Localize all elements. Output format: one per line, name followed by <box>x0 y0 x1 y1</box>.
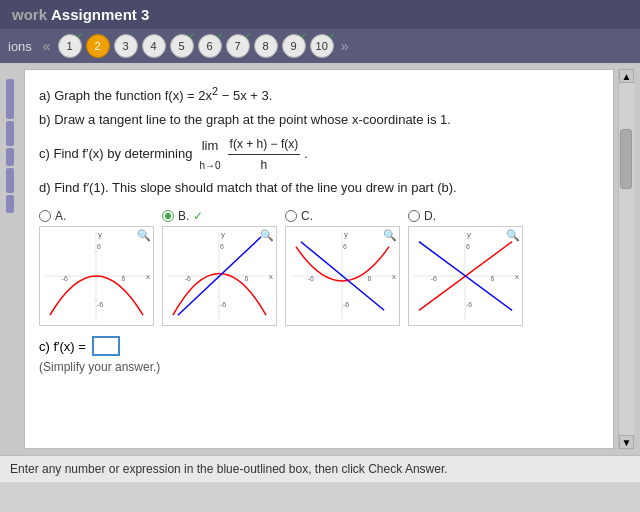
header: work Assignment 3 <box>0 0 640 29</box>
header-title: Assignment 3 <box>51 6 149 23</box>
svg-text:6: 6 <box>121 275 125 282</box>
scrollbar: ▲ ▼ <box>618 69 634 449</box>
nav-bar: ions « 1 ✓ 2 3 4 5 ✓ 6 ✓ 7 ✓ 8 9 ✓ 10 ✓ … <box>0 29 640 63</box>
nav-btn-6[interactable]: 6 ✓ <box>198 34 222 58</box>
nav-next-arrow[interactable]: » <box>338 38 352 54</box>
radio-c[interactable] <box>285 210 297 222</box>
radio-d[interactable] <box>408 210 420 222</box>
graph-b: x y 6 -6 -6 6 🔍 <box>162 226 277 326</box>
simplify-note: (Simplify your answer.) <box>39 360 599 374</box>
nav-btn-4[interactable]: 4 <box>142 34 166 58</box>
fraction-denominator: h <box>259 155 270 175</box>
option-c: C. x y 6 -6 -6 6 <box>285 209 400 326</box>
graph-d: x y 6 -6 -6 6 🔍 <box>408 226 523 326</box>
part-c-answer-label: c) f′(x) = <box>39 339 86 354</box>
nav-btn-3-label: 3 <box>123 40 129 52</box>
option-c-label-row: C. <box>285 209 313 223</box>
side-bar-5 <box>6 195 14 213</box>
graph-a: x y 6 -6 -6 6 🔍 <box>39 226 154 326</box>
svg-text:-6: -6 <box>308 275 314 282</box>
nav-btn-8[interactable]: 8 <box>254 34 278 58</box>
svg-text:-6: -6 <box>431 275 437 282</box>
answer-input[interactable] <box>92 336 120 356</box>
nav-btn-1[interactable]: 1 ✓ <box>58 34 82 58</box>
nav-btn-5-label: 5 <box>179 40 185 52</box>
svg-text:6: 6 <box>466 243 470 250</box>
nav-btn-9-label: 9 <box>291 40 297 52</box>
graph-c: x y 6 -6 -6 6 🔍 <box>285 226 400 326</box>
svg-text:6: 6 <box>490 275 494 282</box>
option-c-letter: C. <box>301 209 313 223</box>
lim-block: lim h→0 <box>199 135 220 174</box>
nav-btn-2-label: 2 <box>95 40 101 52</box>
option-d: D. x y 6 -6 -6 6 <box>408 209 523 326</box>
svg-text:6: 6 <box>367 275 371 282</box>
option-d-letter: D. <box>424 209 436 223</box>
svg-text:-6: -6 <box>62 275 68 282</box>
radio-a[interactable] <box>39 210 51 222</box>
nav-btn-10[interactable]: 10 ✓ <box>310 34 334 58</box>
nav-btn-9[interactable]: 9 ✓ <box>282 34 306 58</box>
nav-btn-10-check: ✓ <box>328 31 336 41</box>
nav-btn-2[interactable]: 2 <box>86 34 110 58</box>
main-content: a) Graph the function f(x) = 2x2 − 5x + … <box>0 63 640 455</box>
scrollbar-up[interactable]: ▲ <box>619 69 634 83</box>
side-indicators <box>6 69 20 449</box>
nav-btn-9-check: ✓ <box>300 31 308 41</box>
part-c-section: c) f′(x) = <box>39 336 599 356</box>
option-b-label-row: B. ✓ <box>162 209 203 223</box>
option-a-label-row: A. <box>39 209 66 223</box>
nav-btn-7-label: 7 <box>235 40 241 52</box>
svg-text:6: 6 <box>220 243 224 250</box>
zoom-d-icon[interactable]: 🔍 <box>506 229 520 242</box>
zoom-b-icon[interactable]: 🔍 <box>260 229 274 242</box>
svg-text:6: 6 <box>97 243 101 250</box>
header-work-label: work <box>12 6 47 23</box>
nav-btn-5[interactable]: 5 ✓ <box>170 34 194 58</box>
zoom-c-icon[interactable]: 🔍 <box>383 229 397 242</box>
option-a: A. x y 6 <box>39 209 154 326</box>
lim-sub: h→0 <box>199 157 220 174</box>
nav-btn-4-label: 4 <box>151 40 157 52</box>
svg-text:y: y <box>344 230 348 239</box>
nav-btn-6-label: 6 <box>207 40 213 52</box>
check-b-icon: ✓ <box>193 209 203 223</box>
part-c-prefix: c) Find f′(x) by determining <box>39 143 192 165</box>
svg-text:6: 6 <box>343 243 347 250</box>
nav-btn-6-check: ✓ <box>216 31 224 41</box>
option-b-letter: B. <box>178 209 189 223</box>
svg-text:y: y <box>221 230 225 239</box>
svg-text:x: x <box>269 272 273 281</box>
problem-text: a) Graph the function f(x) = 2x2 − 5x + … <box>39 82 599 199</box>
nav-btn-1-label: 1 <box>67 40 73 52</box>
footer: Enter any number or expression in the bl… <box>0 455 640 482</box>
svg-text:y: y <box>467 230 471 239</box>
nav-btn-1-check: ✓ <box>76 31 84 41</box>
side-bar-1 <box>6 79 14 119</box>
option-b: B. ✓ x y 6 -6 -6 6 <box>162 209 277 326</box>
nav-btn-10-label: 10 <box>316 40 328 52</box>
lim-text: lim <box>202 135 219 157</box>
part-b-text: b) Draw a tangent line to the graph at t… <box>39 109 599 131</box>
option-d-label-row: D. <box>408 209 436 223</box>
nav-btn-8-label: 8 <box>263 40 269 52</box>
content-box: a) Graph the function f(x) = 2x2 − 5x + … <box>24 69 614 449</box>
period: . <box>304 143 308 165</box>
svg-text:-6: -6 <box>185 275 191 282</box>
svg-text:-6: -6 <box>343 302 349 309</box>
part-d-text: d) Find f′(1). This slope should match t… <box>39 177 599 199</box>
zoom-a-icon[interactable]: 🔍 <box>137 229 151 242</box>
nav-prev-arrow[interactable]: « <box>40 38 54 54</box>
options-row: A. x y 6 <box>39 209 599 326</box>
radio-b[interactable] <box>162 210 174 222</box>
scrollbar-down[interactable]: ▼ <box>619 435 634 449</box>
svg-text:x: x <box>515 272 519 281</box>
scrollbar-thumb[interactable] <box>620 129 632 189</box>
nav-btn-3[interactable]: 3 <box>114 34 138 58</box>
nav-label: ions <box>8 39 32 54</box>
svg-text:6: 6 <box>244 275 248 282</box>
side-bar-3 <box>6 148 14 166</box>
nav-btn-7[interactable]: 7 ✓ <box>226 34 250 58</box>
nav-btn-7-check: ✓ <box>244 31 252 41</box>
svg-text:y: y <box>98 230 102 239</box>
